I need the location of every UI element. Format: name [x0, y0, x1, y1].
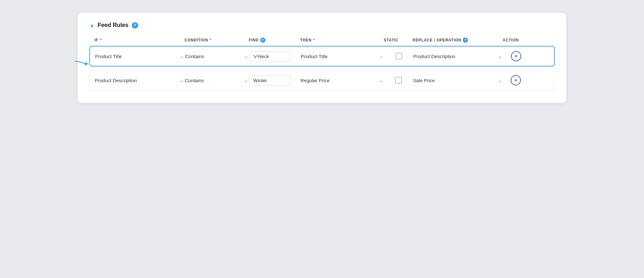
- action-cell-1: +: [503, 51, 529, 61]
- then-select-1[interactable]: Product Title Product Description Regula…: [301, 54, 384, 59]
- find-input-1[interactable]: [249, 51, 291, 61]
- table-header: IF* CONDITION* FIND ? THEN* STATIC REPLA…: [89, 38, 555, 46]
- if-select-2[interactable]: Product Description Product Title Regula…: [95, 78, 185, 83]
- find-cell-2: [249, 75, 300, 85]
- th-then: THEN*: [300, 38, 384, 43]
- if-select-wrapper-1: Product Title Product Description Regula…: [95, 54, 185, 59]
- find-input-2[interactable]: [249, 75, 291, 85]
- collapse-icon[interactable]: ▲: [89, 22, 94, 28]
- then-select-wrapper-2: Regular Price Product Title Product Desc…: [300, 78, 384, 83]
- card-title: Feed Rules: [98, 22, 129, 29]
- rule-row: Product Description Product Title Regula…: [89, 70, 555, 90]
- action-cell-2: +: [503, 75, 529, 85]
- static-cell-1: [384, 53, 413, 59]
- if-select-1[interactable]: Product Title Product Description Regula…: [95, 54, 185, 59]
- static-checkbox-2[interactable]: [395, 77, 402, 83]
- th-condition: CONDITION*: [184, 38, 249, 43]
- condition-select-1[interactable]: Contains Does not contain Equals: [185, 54, 249, 59]
- find-help-icon[interactable]: ?: [260, 38, 265, 43]
- replace-select-wrapper-2: Sale Price Product Description Product T…: [413, 78, 503, 83]
- replace-select-2[interactable]: Sale Price Product Description Product T…: [413, 78, 503, 83]
- th-condition-label: CONDITION: [184, 38, 208, 42]
- th-replace: REPLACE / OPERATION ?: [413, 38, 503, 43]
- th-static-label: STATIC: [384, 38, 398, 42]
- add-rule-button-1[interactable]: +: [511, 51, 521, 61]
- condition-select-2[interactable]: Contains Does not contain Equals: [185, 78, 249, 83]
- th-if: IF*: [94, 38, 184, 43]
- rules-table: IF* CONDITION* FIND ? THEN* STATIC REPLA…: [89, 38, 555, 90]
- th-if-label: IF: [94, 38, 98, 42]
- svg-marker-0: [85, 62, 88, 66]
- add-rule-button-2[interactable]: +: [511, 75, 521, 85]
- th-find-label: FIND: [249, 38, 259, 42]
- th-replace-label: REPLACE / OPERATION: [413, 38, 461, 42]
- feed-rules-card: ▲ Feed Rules ? IF* CONDITION* FIND ? THE…: [78, 13, 566, 103]
- arrow-svg: [73, 55, 90, 68]
- th-action-label: ACTION: [503, 38, 519, 42]
- th-condition-required: *: [210, 38, 211, 42]
- th-then-required: *: [313, 38, 315, 42]
- then-select-wrapper-1: Product Title Product Description Regula…: [301, 54, 384, 59]
- th-if-required: *: [100, 38, 102, 42]
- header-help-icon[interactable]: ?: [132, 22, 138, 29]
- th-static: STATIC: [384, 38, 413, 43]
- replace-select-wrapper-1: Product Description Product Title Sale P…: [413, 54, 503, 59]
- find-cell-1: [249, 51, 301, 61]
- th-action: ACTION: [503, 38, 528, 43]
- rule-row: Product Title Product Description Regula…: [89, 46, 555, 66]
- then-select-2[interactable]: Regular Price Product Title Product Desc…: [300, 78, 384, 83]
- card-header: ▲ Feed Rules ?: [89, 22, 555, 29]
- replace-help-icon[interactable]: ?: [463, 38, 468, 43]
- replace-select-1[interactable]: Product Description Product Title Sale P…: [413, 54, 503, 59]
- if-select-wrapper-2: Product Description Product Title Regula…: [95, 78, 185, 83]
- arrow-annotation: [73, 55, 90, 68]
- th-then-label: THEN: [300, 38, 312, 42]
- th-find: FIND ?: [249, 38, 300, 43]
- condition-select-wrapper-2: Contains Does not contain Equals ⌄: [185, 78, 249, 83]
- static-checkbox-1[interactable]: [396, 53, 402, 59]
- static-cell-2: [384, 77, 413, 83]
- condition-select-wrapper-1: Contains Does not contain Equals ⌄: [185, 54, 249, 59]
- rules-rows: Product Title Product Description Regula…: [89, 46, 555, 90]
